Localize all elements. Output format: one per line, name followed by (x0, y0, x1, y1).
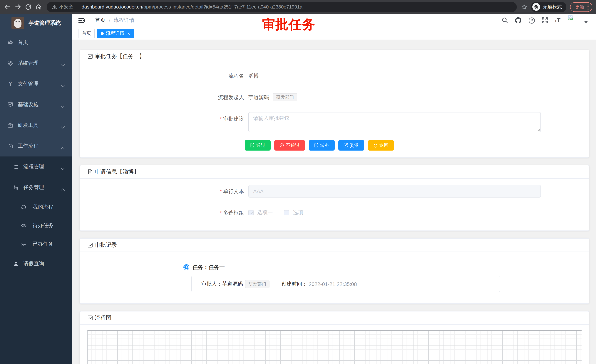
tree-icon (13, 185, 19, 190)
font-size-icon[interactable]: TT (555, 17, 560, 24)
security-label: 不安全 (59, 4, 73, 10)
breadcrumb: 首页 / 流程详情 (95, 17, 134, 24)
sidebar-item-devtools[interactable]: 研发工具 (0, 115, 72, 136)
sidebar-item-done-tasks[interactable]: 已办任务 (0, 235, 72, 253)
back-icon[interactable] (2, 2, 13, 12)
sidebar-item-label: 支付管理 (18, 81, 38, 87)
approval-card-header: 审批任务【任务一】 (80, 50, 589, 63)
checkbox-group: 选项一 选项二 (248, 209, 308, 216)
browser-update-button[interactable]: 更新 (570, 2, 592, 12)
approver-card: 审批人： 芋道源码 研发部门 创建时间： 2022-01-21 22:35:08 (191, 276, 500, 292)
card-title: 审批任务【任务一】 (95, 53, 145, 60)
clock-icon (183, 264, 190, 270)
avatar[interactable] (567, 14, 580, 27)
sidebar-item-workflow[interactable]: 工作流程 (0, 136, 72, 156)
apply-info-card: 申请信息【滔博】 单行文本 多选框组 选项一 (80, 165, 589, 231)
reload-icon[interactable] (23, 2, 33, 12)
record-card-header: 审批记录 (80, 239, 589, 252)
browser-menu-icon[interactable] (588, 4, 589, 9)
sidebar-item-my-process[interactable]: 我的流程 (0, 198, 72, 216)
tab-home[interactable]: 首页 (78, 29, 95, 38)
divider (77, 4, 77, 10)
url-text: dashboard.yudao.iocoder.cn/bpm/process-i… (82, 4, 302, 10)
timeline-item: 任务：任务一 (183, 264, 581, 271)
browser-toolbar: 不安全 dashboard.yudao.iocoder.cn/bpm/proce… (0, 0, 596, 14)
sidebar-logo-row[interactable]: 芋道管理系统 (0, 14, 72, 32)
suggestion-row: 审批建议 (87, 112, 581, 132)
approval-task-card: 审批任务【任务一】 流程名 滔博 流程发起人 芋道源码 研发部门 (80, 50, 589, 158)
dashboard-icon (7, 40, 13, 45)
delegate-button[interactable]: 委派 (338, 140, 364, 151)
sidebar-menu: 首页 系统管理 ¥ 支付管理 (0, 32, 72, 156)
annotation-text: 审批任务 (262, 16, 315, 33)
app-header: 首页 / 流程详情 TT (72, 14, 596, 27)
circle-x-icon (279, 143, 284, 148)
chevron-down-icon (61, 124, 65, 130)
sidebar-item-label: 流程管理 (23, 163, 44, 170)
search-icon[interactable] (502, 17, 508, 24)
approval-card-body: 流程名 滔博 流程发起人 芋道源码 研发部门 审批建议 (80, 63, 589, 157)
card-title: 流程图 (95, 314, 112, 321)
sidebar-item-label: 我的流程 (33, 204, 53, 211)
chevron-up-icon (61, 186, 65, 192)
approve-button[interactable]: 通过 (245, 140, 271, 151)
button-label: 退回 (379, 142, 388, 148)
github-icon[interactable] (514, 17, 522, 24)
sidebar-fold-icon[interactable] (78, 17, 86, 24)
transfer-button[interactable]: 转办 (309, 140, 335, 151)
checkbox-group-label: 多选框组 (87, 206, 248, 219)
undo-icon (373, 143, 377, 148)
created-label: 创建时间： (281, 281, 307, 287)
list-icon (13, 164, 19, 170)
avatar-caret-icon[interactable] (584, 21, 588, 23)
sidebar-item-leave-query[interactable]: 请假查询 (0, 253, 72, 274)
sidebar-item-payment[interactable]: ¥ 支付管理 (0, 74, 72, 94)
sidebar-item-home[interactable]: 首页 (0, 32, 72, 53)
chevron-down-icon (61, 62, 65, 68)
sidebar-item-task-mgmt[interactable]: 任务管理 (0, 177, 72, 198)
address-bar[interactable]: 不安全 dashboard.yudao.iocoder.cn/bpm/proce… (47, 2, 517, 12)
sidebar-item-todo-tasks[interactable]: 待办任务 (0, 216, 72, 235)
process-name-label: 流程名 (87, 69, 248, 82)
reject-button[interactable]: 不通过 (274, 140, 305, 151)
eye-open-icon (21, 223, 27, 229)
fullscreen-icon[interactable] (542, 17, 548, 24)
single-text-input (248, 185, 541, 197)
sidebar-item-label: 请假查询 (23, 260, 44, 267)
sidebar-item-infra[interactable]: 基础设施 (0, 94, 72, 115)
close-icon[interactable]: × (127, 31, 130, 36)
checkbox-row: 多选框组 选项一 选项二 (87, 206, 581, 219)
sidebar-item-label: 研发工具 (18, 122, 38, 129)
help-icon[interactable] (528, 17, 535, 24)
sidebar: 芋道管理系统 首页 系统管理 ¥ 支付管 (0, 14, 72, 364)
home-icon[interactable] (33, 2, 44, 12)
bookmark-star-icon[interactable] (521, 4, 527, 10)
sidebar-item-process-mgmt[interactable]: 流程管理 (0, 156, 72, 177)
page-content: 审批任务【任务一】 流程名 滔博 流程发起人 芋道源码 研发部门 (72, 40, 596, 364)
return-button[interactable]: 退回 (368, 140, 394, 151)
dept-tag: 研发部门 (245, 280, 269, 288)
breadcrumb-home[interactable]: 首页 (95, 17, 105, 24)
approver-name: 芋道源码 (222, 281, 243, 287)
sidebar-item-label: 待办任务 (33, 222, 53, 229)
breadcrumb-separator: / (109, 17, 110, 23)
card-title: 申请信息【滔博】 (95, 168, 139, 175)
dept-tag: 研发部门 (273, 93, 297, 101)
checkbox-option2-unchecked (284, 210, 289, 215)
sidebar-item-label: 基础设施 (18, 101, 38, 108)
forward-icon[interactable] (13, 2, 23, 12)
monitor-icon (7, 102, 13, 108)
sidebar-item-system[interactable]: 系统管理 (0, 53, 72, 74)
app-logo (11, 17, 24, 29)
user-icon (13, 261, 19, 267)
not-secure-warning-icon (52, 4, 57, 9)
sidebar-item-label: 首页 (18, 39, 28, 46)
chevron-down-icon (61, 165, 65, 171)
task-title: 任务：任务一 (193, 264, 225, 271)
tab-process-detail[interactable]: 流程详情 × (97, 29, 134, 38)
chevron-up-icon (61, 145, 65, 151)
header-actions: TT (502, 14, 588, 27)
yen-icon: ¥ (7, 81, 13, 87)
suggestion-input[interactable] (248, 112, 541, 132)
briefcase-icon (7, 143, 13, 149)
